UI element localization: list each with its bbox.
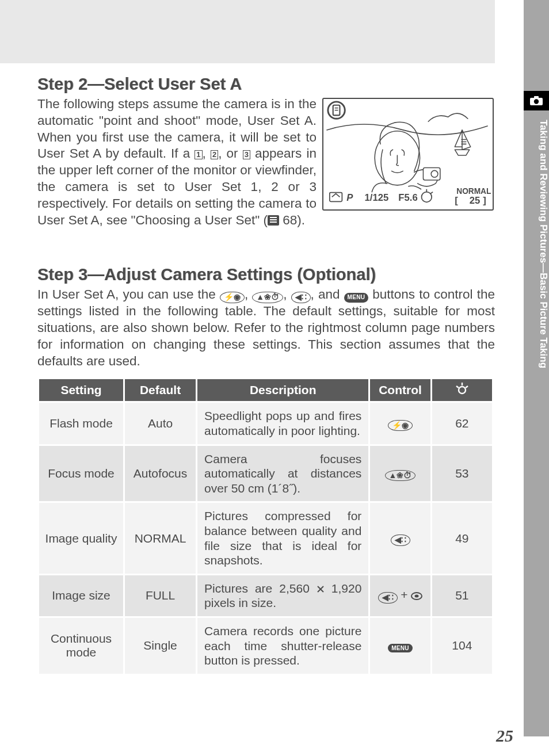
quality-button-icon: ◀∷ — [291, 292, 311, 303]
page-number: 25 — [496, 726, 513, 746]
cell-setting: Focus mode — [39, 446, 123, 502]
cell-default: FULL — [125, 575, 196, 616]
cell-default: Autofocus — [125, 446, 196, 502]
table-header-row: Setting Default Description Control — [39, 379, 492, 401]
settings-table: Setting Default Description Control Flas… — [37, 377, 494, 675]
menu-button-icon: MENU — [388, 644, 413, 652]
text: , — [203, 146, 211, 161]
svg-line-20 — [456, 386, 459, 388]
reference-icon — [268, 215, 279, 226]
cell-control: ◀∷ + — [370, 575, 430, 616]
reference-header-icon — [453, 382, 471, 396]
cell-page: 62 — [432, 403, 492, 444]
top-gray-band — [0, 0, 495, 63]
th-control: Control — [370, 379, 430, 401]
text: , and — [311, 287, 344, 301]
svg-point-25 — [415, 595, 419, 598]
flash-button-icon: ⚡◉ — [388, 420, 413, 431]
cell-desc: Camera focuses automatically at distance… — [197, 446, 368, 502]
flash-button-icon: ⚡◉ — [220, 292, 245, 303]
th-page — [432, 379, 492, 401]
table-row: Flash mode Auto Speedlight pops up and f… — [39, 403, 492, 444]
svg-point-2 — [534, 99, 539, 104]
th-setting: Setting — [39, 379, 123, 401]
cell-setting: Image quality — [39, 503, 123, 573]
cell-desc: Pictures are 2,560 1,920 pixels in size. — [197, 575, 368, 616]
plus-text: + — [398, 588, 411, 601]
cell-page: 51 — [432, 575, 492, 616]
cell-default: Single — [125, 618, 196, 674]
th-description: Description — [197, 379, 368, 401]
text: , — [245, 287, 252, 301]
menu-button-icon: MENU — [344, 293, 369, 303]
cell-desc: Pictures compressed for balance between … — [197, 503, 368, 573]
cell-desc: Speedlight pops up and fires automatical… — [197, 403, 368, 444]
cell-control: ▲❀⏱ — [370, 446, 430, 502]
side-tab-label: Taking and Reviewing Pictures—Basic Pict… — [524, 115, 549, 368]
cell-control: MENU — [370, 618, 430, 674]
step2-body: The following steps assume the camera is… — [37, 96, 317, 228]
cell-setting: Flash mode — [39, 403, 123, 444]
svg-line-21 — [466, 386, 468, 388]
quality-button-icon: ◀∷ — [378, 592, 398, 603]
table-row: Image quality NORMAL Pictures compressed… — [39, 503, 492, 573]
text: , or — [218, 146, 243, 161]
selector-icon — [411, 591, 422, 601]
cell-page: 53 — [432, 446, 492, 502]
quality-button-icon: ◀∷ — [391, 534, 410, 545]
svg-rect-1 — [534, 96, 539, 98]
cell-page: 49 — [432, 503, 492, 573]
user-set-1-icon: 1 — [195, 150, 202, 159]
user-set-2-icon: 2 — [211, 150, 218, 159]
page-content: Step 2—Select User Set A The following s… — [37, 63, 495, 675]
times-icon — [317, 585, 325, 593]
text: Pictures are 2,560 — [204, 582, 317, 595]
text: In User Set A, you can use the — [37, 287, 220, 301]
cell-default: Auto — [125, 403, 196, 444]
step3-body: In User Set A, you can use the ⚡◉, ▲❀⏱, … — [37, 287, 495, 369]
cell-setting: Image size — [39, 575, 123, 616]
cell-control: ◀∷ — [370, 503, 430, 573]
table-row: Focus mode Autofocus Camera focuses auto… — [39, 446, 492, 502]
camera-icon — [524, 91, 549, 110]
text: 68). — [279, 213, 305, 227]
cell-control: ⚡◉ — [370, 403, 430, 444]
text: , — [283, 287, 291, 301]
table-row: Continuous mode Single Camera records on… — [39, 618, 492, 674]
focus-button-icon: ▲❀⏱ — [385, 470, 416, 481]
step2-heading: Step 2—Select User Set A — [37, 75, 495, 94]
user-set-3-icon: 3 — [243, 150, 250, 159]
side-tab: Taking and Reviewing Pictures—Basic Pict… — [524, 0, 549, 736]
table-row: Image size FULL Pictures are 2,560 1,920… — [39, 575, 492, 616]
svg-point-18 — [459, 387, 466, 394]
cell-setting: Continuous mode — [39, 618, 123, 674]
step3-heading: Step 3—Adjust Camera Settings (Optional) — [37, 265, 495, 284]
focus-button-icon: ▲❀⏱ — [252, 292, 283, 303]
cell-desc: Camera records one picture each time shu… — [197, 618, 368, 674]
th-default: Default — [125, 379, 196, 401]
cell-page: 104 — [432, 618, 492, 674]
cell-default: NORMAL — [125, 503, 196, 573]
